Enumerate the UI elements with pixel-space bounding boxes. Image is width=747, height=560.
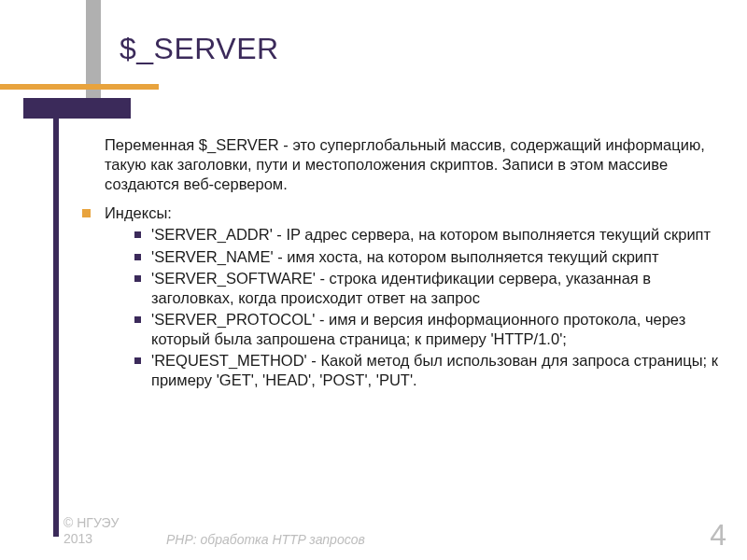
sub-bullet-list: 'SERVER_ADDR' - IP адрес сервера, на кот… bbox=[131, 225, 726, 390]
list-item: 'SERVER_NAME' - имя хоста, на котором вы… bbox=[131, 247, 726, 267]
copyright-line-2: 2013 bbox=[63, 531, 92, 546]
intro-text: Переменная $_SERVER - это суперглобальны… bbox=[105, 135, 726, 194]
decor-bar-orange bbox=[0, 84, 159, 90]
footer-subtitle: PHP: обработка HTTP запросов bbox=[166, 532, 365, 547]
slide-title: $_SERVER bbox=[120, 32, 279, 66]
slide: $_SERVER Переменная $_SERVER - это супер… bbox=[0, 0, 747, 560]
bullet-list: Индексы: 'SERVER_ADDR' - IP адрес сервер… bbox=[75, 203, 726, 390]
list-item: 'SERVER_PROTOCOL' - имя и версия информа… bbox=[131, 310, 726, 349]
decor-bar-purple-horizontal bbox=[23, 98, 131, 119]
slide-content: Переменная $_SERVER - это суперглобальны… bbox=[63, 135, 726, 392]
list-item: 'REQUEST_METHOD' - Какой метод был испол… bbox=[131, 351, 726, 390]
list-item: 'SERVER_SOFTWARE' - строка идентификации… bbox=[131, 269, 726, 308]
indexes-label: Индексы: bbox=[105, 204, 172, 221]
list-item: Индексы: 'SERVER_ADDR' - IP адрес сервер… bbox=[75, 203, 726, 390]
list-item: 'SERVER_ADDR' - IP адрес сервера, на кот… bbox=[131, 225, 726, 245]
page-number: 4 bbox=[710, 518, 726, 553]
footer-copyright: © НГУЭУ 2013 bbox=[63, 515, 119, 547]
copyright-line-1: © НГУЭУ bbox=[63, 515, 119, 530]
decor-bar-purple-vertical bbox=[53, 98, 59, 537]
